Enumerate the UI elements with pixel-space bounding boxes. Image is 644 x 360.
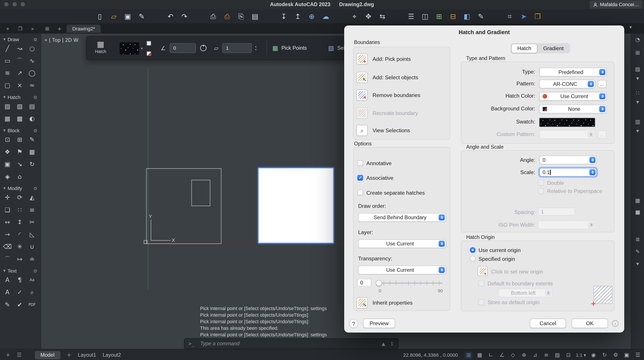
layer-select[interactable]: Use Current [358,239,446,248]
open-folder-icon[interactable]: ▱ [108,11,119,22]
explode-icon[interactable]: ✳ [14,242,26,252]
foreground-color-swatch[interactable] [146,41,151,46]
layout1-tab[interactable]: Layout1 [78,352,96,358]
lineweight-icon[interactable]: ≡ [542,351,550,359]
spline-icon[interactable]: ∿ [26,56,38,66]
ok-button[interactable]: OK [572,318,608,328]
pattern-swatch[interactable] [120,42,139,54]
copy-icon[interactable]: ❏ [2,204,13,215]
multiline-icon[interactable]: ≋ [2,68,13,78]
text-style-icon[interactable]: Aa [26,274,38,285]
annotation-visibility-icon[interactable]: ◉ [590,351,597,359]
palette-section-block[interactable]: ▼Block⚙ [0,126,41,134]
help-button[interactable]: ? [349,319,358,328]
layer-properties-icon[interactable]: ☰ [406,11,417,22]
cursor-tool-icon[interactable]: ⌖ [3,25,12,32]
transparency-select[interactable]: Use Current [358,266,446,274]
preview-button[interactable]: Preview [363,318,395,328]
palette-menu-icon[interactable]: ☰ [17,352,22,358]
palette-section-modify[interactable]: ▼Modify⚙ [0,184,41,192]
tab-grid-icon[interactable]: ⊞ [43,25,52,32]
background-color-select[interactable]: None [539,105,607,113]
join-icon[interactable]: ∪ [26,242,38,252]
add-select-objects-row[interactable]: ↖ Add: Select objects [356,72,418,83]
gear-icon[interactable]: ⚙ [33,128,38,133]
gear-icon[interactable]: ⚙ [33,94,38,100]
hatch-style-icon[interactable]: ▥ [633,117,642,126]
layer-freeze-icon[interactable]: ⊟ [448,11,458,22]
pan-icon[interactable]: ✥ [363,11,374,22]
erase-icon[interactable]: ⌫ [2,242,13,252]
tab-gradient[interactable]: Gradient [537,44,569,53]
break-icon[interactable]: ⌒ [2,254,13,264]
visor-angle-input[interactable]: 0 [170,43,196,53]
plot-icon[interactable]: ⎙ [208,11,218,22]
palette-section-draw[interactable]: ▼Draw⚙ [0,34,41,43]
gear-icon[interactable]: ⚙ [33,268,38,274]
text-align-icon[interactable]: A [2,287,13,298]
chevron-down-icon[interactable]: ▾ [633,126,642,135]
workspace-gear-icon[interactable]: ⚙ [612,351,620,359]
polar-tracking-icon[interactable]: ∠ [498,351,506,359]
layer-states-icon[interactable]: ◫ [420,11,430,22]
tab-hatch[interactable]: Hatch [511,44,537,53]
hatch-pattern-icon[interactable]: ▨ [633,65,642,73]
plot-preview-icon[interactable]: ⎘ [236,11,246,22]
expand-history-icon[interactable]: ▲ [382,341,385,346]
boundary-icon[interactable]: ▤ [26,101,38,112]
region-icon[interactable]: ▦ [2,114,13,124]
undo-icon[interactable]: ↶ [165,11,176,22]
gear-icon[interactable]: ⚙ [33,37,38,42]
save-icon[interactable]: ▣ [122,11,133,22]
single-line-text-icon[interactable]: A [2,274,13,285]
pattern-select[interactable]: AR-CONC [539,80,595,88]
attach-icon[interactable]: ⊕ [306,11,317,22]
inherit-properties-icon[interactable]: ✎ [356,297,368,308]
hatch-icon[interactable]: ▨ [2,101,13,112]
rotate-icon[interactable]: ⟳ [14,192,26,203]
slider-thumb[interactable] [376,280,382,286]
export-pdf-icon[interactable]: PDF [26,299,38,310]
redo-icon[interactable]: ↷ [179,11,190,22]
scale-stepper[interactable]: ▴▾ [255,45,256,51]
write-block-icon[interactable]: ↘ [14,159,26,170]
inherit-properties-row[interactable]: ✎ Inherit properties [356,297,413,308]
select-objects-button[interactable]: ▧ Sel [328,44,344,52]
scale-combo[interactable]: 0.1 [539,168,597,176]
customization-icon[interactable]: ☰ [634,351,642,359]
edit-text-icon[interactable]: ✎ [2,299,13,310]
cancel-button[interactable]: Cancel [530,318,566,328]
solid-fill-icon[interactable]: ◐ [26,114,38,124]
add-pick-points-icon[interactable]: + [356,54,368,64]
recent-commands-icon[interactable]: ↥ [390,341,394,346]
visor-scale-input[interactable]: 1 [222,43,252,53]
grid-display-icon[interactable]: ⊞ [465,351,472,359]
hatch-area-selected[interactable] [258,168,334,244]
define-attribute-icon[interactable]: ❖ [2,146,13,157]
stretch-icon[interactable]: ↔ [2,217,13,228]
rectangle-inner[interactable] [192,180,210,206]
associative-checkbox[interactable] [357,175,363,181]
object-snap-icon[interactable]: ⊕ [520,351,528,359]
pattern-browse-button[interactable]: … [598,80,606,88]
zoom-extents-icon[interactable]: ⇆ [377,11,388,22]
array-icon[interactable]: ∷ [14,204,26,215]
spell-check-icon[interactable]: ✓ [14,287,26,298]
type-select[interactable]: Predefined [539,68,607,76]
chevron-down-icon[interactable]: ▾ [633,74,642,82]
cloud-share-icon[interactable]: ☁ [320,11,331,22]
pick-points-button[interactable]: ▦ Pick Points [272,44,307,52]
remove-boundaries-icon[interactable]: ✕ [356,90,368,101]
chevron-down-icon[interactable]: ▾ [633,260,642,268]
palette-section-text[interactable]: ▼Text⚙ [0,266,41,274]
zoom-window-icon[interactable]: ⌖ [349,11,360,22]
isometric-drafting-icon[interactable]: ◇ [509,351,517,359]
viewport-controls[interactable]: + | Top | 2D W [44,38,79,43]
insert-block-icon[interactable]: ⊡ [2,134,13,145]
share-icon[interactable]: ➤ [518,11,529,22]
command-bar[interactable]: >_ Type a command ▲ ↥ [184,338,398,349]
drawing-tab[interactable]: Drawing2* [66,25,101,33]
scale-icon[interactable]: ↕ [14,217,26,228]
gradient-icon[interactable]: ▩ [14,114,26,124]
manage-attributes-icon[interactable]: ▦ [26,146,38,157]
